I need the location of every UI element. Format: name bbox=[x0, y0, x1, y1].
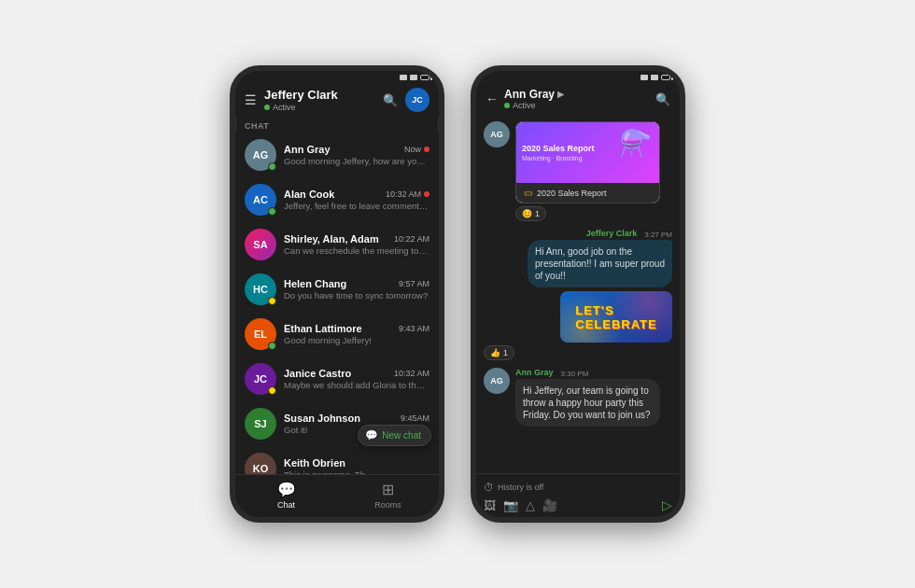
message-report-card: AG 2020 Sales Report Marketing · Brandin… bbox=[484, 121, 672, 221]
reaction-emoji-2: 👍 bbox=[490, 348, 500, 357]
chat-name-row: Ethan Lattimore 9:43 AM bbox=[284, 323, 429, 334]
message-time-sent: 3:27 PM bbox=[644, 231, 672, 239]
chat-item-keith-obrien[interactable]: KO Keith Obrien This is awesome. Th... 💬… bbox=[235, 446, 439, 474]
avatar-wrapper: EL bbox=[245, 318, 276, 350]
sent-message-text: Hi Ann, good job on the presentation!! I… bbox=[535, 245, 665, 282]
avatar-wrapper: SJ bbox=[245, 408, 276, 440]
chat-preview: Can we reschedule the meeting to Friday? bbox=[284, 245, 429, 256]
avatar-wrapper: JC bbox=[245, 363, 276, 395]
signal-icon bbox=[400, 75, 407, 80]
contact-name: Susan Johnson bbox=[284, 413, 360, 424]
chat-body: AG 2020 Sales Report Marketing · Brandin… bbox=[476, 116, 680, 473]
camera-icon[interactable]: 📷 bbox=[503, 498, 518, 512]
nav-item-chat[interactable]: 💬 Chat bbox=[235, 481, 337, 510]
new-chat-label: New chat bbox=[382, 430, 421, 441]
chat-info: Helen Chang 9:57 AM Do you have time to … bbox=[284, 278, 429, 301]
celebrate-gif: LET'SCELEBRATE bbox=[560, 291, 672, 343]
chat-item-helen-chang[interactable]: HC Helen Chang 9:57 AM Do you have time … bbox=[235, 267, 439, 312]
chat-name-row: Shirley, Alan, Adam 10:22 AM bbox=[284, 233, 429, 245]
chat-info: Ethan Lattimore 9:43 AM Good morning Jef… bbox=[284, 323, 429, 345]
chat-preview: Maybe we should add Gloria to the chat..… bbox=[284, 380, 429, 390]
active-dot-2 bbox=[504, 103, 510, 108]
chat-preview: Do you have time to sync tomorrow? bbox=[284, 290, 429, 301]
wifi-icon-2 bbox=[651, 75, 658, 80]
header-status-row: Active bbox=[264, 103, 375, 112]
received-message-text: Hi Jeffery, our team is going to throw a… bbox=[523, 385, 653, 421]
unread-dot bbox=[424, 191, 429, 197]
chat-list: AG Ann Gray Now Good morning Jeffery, ho… bbox=[235, 133, 439, 474]
reaction-badge-2[interactable]: 👍 1 bbox=[484, 345, 514, 360]
received-time: 3:30 PM bbox=[561, 370, 589, 378]
status-dot bbox=[268, 162, 276, 171]
report-card-footer: ▭ 2020 Sales Report bbox=[516, 183, 659, 203]
contact-name: Ann Gray bbox=[284, 144, 331, 155]
chat-preview: This is awesome. Th... bbox=[284, 469, 429, 474]
received-header: Ann Gray 3:30 PM bbox=[515, 368, 660, 379]
chat-item-alan-cook[interactable]: AC Alan Cook 10:32 AM Jeffery, feel free… bbox=[235, 177, 439, 222]
reaction-count-2: 1 bbox=[503, 348, 508, 357]
header-status-text: Active bbox=[273, 103, 296, 112]
image-icon[interactable]: 🖼 bbox=[484, 498, 496, 512]
contact-name: Keith Obrien bbox=[284, 457, 345, 469]
signal-icon-2 bbox=[640, 75, 648, 80]
report-card-graphic: ⚗️ bbox=[619, 128, 652, 159]
chat-time: 10:32 AM bbox=[386, 189, 429, 199]
phones-container: ☰ Jeffery Clark Active 🔍 JC CHAT AG bbox=[230, 65, 685, 523]
user-avatar[interactable]: JC bbox=[405, 88, 429, 112]
phone-chat-detail: ← Ann Gray ▶ Active 🔍 AG bbox=[471, 65, 685, 523]
drive-icon[interactable]: △ bbox=[526, 498, 535, 512]
header-status-row-2: Active bbox=[504, 101, 650, 110]
send-button[interactable]: ▷ bbox=[662, 497, 672, 512]
avatar: SJ bbox=[245, 408, 276, 440]
sender-avatar-2: AG bbox=[484, 368, 510, 394]
contact-name: Helen Chang bbox=[284, 278, 346, 289]
new-chat-button[interactable]: 💬 New chat bbox=[358, 425, 431, 446]
contact-name: Ethan Lattimore bbox=[284, 323, 362, 334]
received-sender-name: Ann Gray bbox=[515, 368, 554, 377]
chevron-right-icon: ▶ bbox=[557, 90, 564, 99]
status-dot bbox=[268, 297, 276, 305]
chat-preview: Jeffery, feel free to leave comments on … bbox=[284, 201, 429, 211]
chat-time: 9:43 AM bbox=[399, 324, 429, 333]
chat-nav-icon: 💬 bbox=[277, 481, 296, 498]
avatar: KO bbox=[245, 453, 276, 474]
reaction-badge-1[interactable]: 😊 1 bbox=[515, 206, 546, 221]
header-title-area: Jeffery Clark Active bbox=[264, 88, 375, 112]
avatar-wrapper: SA bbox=[245, 229, 276, 260]
battery-icon bbox=[420, 75, 429, 80]
sent-bubble: Hi Ann, good job on the presentation!! I… bbox=[528, 240, 672, 287]
search-button[interactable]: 🔍 bbox=[383, 93, 398, 107]
chat-info: Alan Cook 10:32 AM Jeffery, feel free to… bbox=[284, 189, 429, 211]
chat-item-ann-gray[interactable]: AG Ann Gray Now Good morning Jeffery, ho… bbox=[235, 133, 439, 177]
nav-item-rooms[interactable]: ⊞ Rooms bbox=[337, 481, 439, 510]
contact-name: Janice Castro bbox=[284, 368, 351, 379]
header-status-text-2: Active bbox=[513, 101, 536, 110]
video-icon[interactable]: 🎥 bbox=[542, 498, 557, 512]
chat-item-janice-castro[interactable]: JC Janice Castro 10:32 AM Maybe we shoul… bbox=[235, 357, 439, 401]
chat-name-row: Ann Gray Now bbox=[284, 144, 429, 155]
search-button-2[interactable]: 🔍 bbox=[655, 92, 670, 106]
hamburger-icon[interactable]: ☰ bbox=[245, 92, 257, 107]
bottom-nav: 💬 Chat ⊞ Rooms bbox=[235, 474, 439, 517]
status-dot bbox=[268, 342, 276, 350]
chat-item-shirley-alan-adam[interactable]: SA Shirley, Alan, Adam 10:22 AM Can we r… bbox=[235, 222, 439, 267]
contact-name: Alan Cook bbox=[284, 189, 334, 200]
message-jeffery: Jeffery Clark 3:27 PM Hi Ann, good job o… bbox=[484, 229, 672, 360]
avatar-wrapper: AG bbox=[245, 139, 276, 171]
reaction-count-1: 1 bbox=[535, 209, 540, 218]
back-button[interactable]: ← bbox=[486, 91, 499, 106]
chat-info: Shirley, Alan, Adam 10:22 AM Can we resc… bbox=[284, 233, 429, 256]
header-contact-name: Ann Gray ▶ bbox=[504, 88, 650, 101]
message-ann-gray: AG Ann Gray 3:30 PM Hi Jeffery, our team… bbox=[484, 368, 672, 427]
status-bar-2 bbox=[476, 71, 680, 82]
report-card-image: 2020 Sales Report Marketing · Branding ⚗… bbox=[516, 122, 659, 183]
sender-avatar: AG bbox=[484, 121, 510, 147]
chat-item-ethan-lattimore[interactable]: EL Ethan Lattimore 9:43 AM Good morning … bbox=[235, 312, 439, 357]
history-icon: ⏱ bbox=[484, 482, 494, 493]
doc-icon: ▭ bbox=[524, 188, 532, 198]
report-card[interactable]: 2020 Sales Report Marketing · Branding ⚗… bbox=[515, 121, 660, 203]
received-bubble: Hi Jeffery, our team is going to throw a… bbox=[515, 379, 660, 427]
unread-dot bbox=[424, 147, 429, 152]
report-file-label: 2020 Sales Report bbox=[537, 189, 607, 198]
chat-name-row: Janice Castro 10:32 AM bbox=[284, 368, 429, 379]
